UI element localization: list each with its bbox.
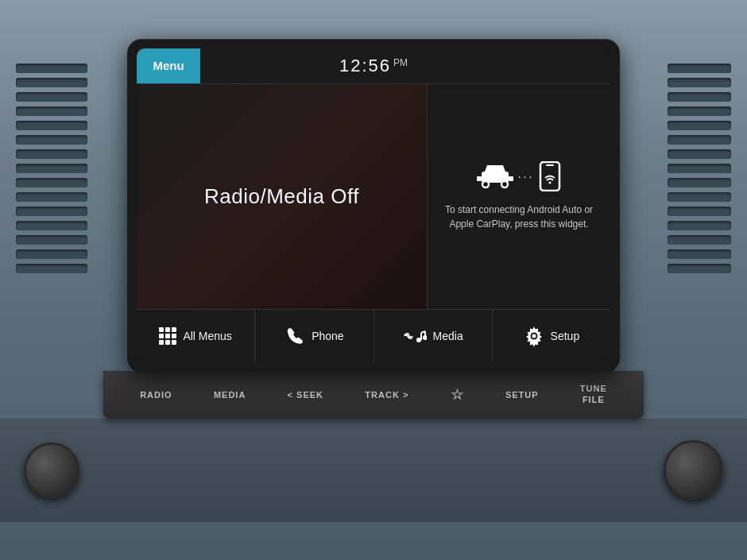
svg-rect-4 xyxy=(477,176,482,181)
phone-label: Phone xyxy=(312,330,343,342)
dashboard-lower xyxy=(0,419,747,522)
main-content: Radio/Media Off xyxy=(137,83,610,309)
menu-button-label: Menu xyxy=(153,59,184,72)
car-icon xyxy=(477,164,513,189)
radio-off-label: Radio/Media Off xyxy=(204,184,359,209)
all-menus-label: All Menus xyxy=(183,330,231,342)
seek-back-button[interactable]: < SEEK xyxy=(280,385,331,404)
media-label: Media xyxy=(433,330,463,342)
connect-widget[interactable]: ··· To s xyxy=(428,84,610,309)
phone-icon xyxy=(284,326,305,346)
svg-point-2 xyxy=(482,181,489,187)
media-button[interactable]: MEDIA xyxy=(206,385,254,404)
media-icon xyxy=(403,326,427,346)
screen-bezel: Menu 12:56PM Radio/Media Off xyxy=(127,39,620,373)
clock-display: 12:56PM xyxy=(339,56,408,76)
svg-point-8 xyxy=(549,182,552,184)
connect-icons: ··· xyxy=(477,161,562,191)
clock-ampm: PM xyxy=(393,57,408,68)
nav-bar: All Menus Phone xyxy=(137,309,610,363)
nav-item-all-menus[interactable]: All Menus xyxy=(137,310,255,363)
car-dashboard: Menu 12:56PM Radio/Media Off xyxy=(0,0,747,560)
svg-rect-7 xyxy=(546,164,554,166)
favorite-button[interactable]: ☆ xyxy=(443,381,472,408)
nav-item-setup[interactable]: Setup xyxy=(493,310,610,363)
svg-point-3 xyxy=(501,181,508,187)
top-bar: Menu 12:56PM xyxy=(137,48,610,83)
connection-dots: ··· xyxy=(518,170,535,183)
radio-button[interactable]: RADIO xyxy=(132,385,180,404)
svg-marker-1 xyxy=(485,165,505,172)
svg-point-15 xyxy=(532,334,536,338)
infotainment-screen: Menu 12:56PM Radio/Media Off xyxy=(137,48,610,363)
right-knob[interactable] xyxy=(664,440,723,500)
left-panel: Radio/Media Off xyxy=(137,84,428,309)
setup-label: Setup xyxy=(551,330,580,342)
svg-rect-5 xyxy=(509,176,513,181)
nav-item-phone[interactable]: Phone xyxy=(255,310,374,363)
left-vent xyxy=(16,64,87,302)
nav-item-media[interactable]: Media xyxy=(374,310,493,363)
tune-file-button[interactable]: TUNE FILE xyxy=(572,379,615,409)
track-forward-button[interactable]: TRACK > xyxy=(357,385,416,404)
phone-with-wifi-icon xyxy=(539,161,561,191)
setup-button[interactable]: SETUP xyxy=(497,385,547,404)
grid-icon xyxy=(159,327,176,345)
gear-icon xyxy=(524,326,544,346)
right-vent xyxy=(668,64,731,302)
connect-description: To start connecting Android Auto or Appl… xyxy=(439,203,598,231)
physical-buttons-panel: RADIO MEDIA < SEEK TRACK > ☆ SETUP TUNE … xyxy=(103,371,644,419)
left-knob[interactable] xyxy=(24,442,79,498)
clock-time: 12:56 xyxy=(339,56,391,75)
menu-button[interactable]: Menu xyxy=(137,48,200,83)
